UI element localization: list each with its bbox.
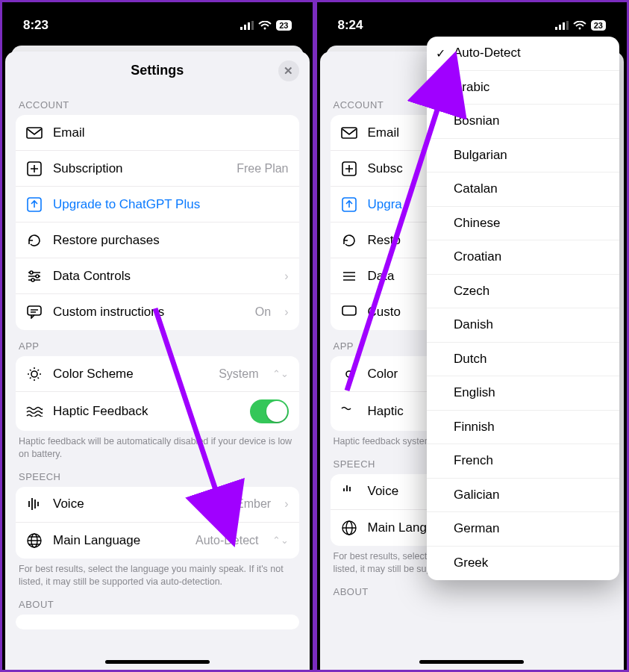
settings-sheet: Settings ✕ ACCOUNT Email Subscription Fr… — [5, 52, 310, 670]
lang-option[interactable]: Danish — [427, 308, 619, 343]
row-upgrade[interactable]: Upgrade to ChatGPT Plus — [16, 187, 299, 223]
row-main-language[interactable]: Main Language Auto-Detect ⌃⌄ — [16, 523, 299, 559]
section-label-app: APP — [19, 340, 296, 352]
chevron-right-icon: › — [284, 497, 288, 511]
row-restore[interactable]: Restore purchases — [16, 223, 299, 258]
lang-option[interactable]: Catalan — [427, 172, 619, 207]
svg-point-8 — [30, 271, 33, 274]
row-value: Auto-Detect — [195, 534, 258, 547]
refresh-icon — [26, 233, 43, 248]
upload-icon — [26, 197, 43, 212]
lang-option[interactable]: Dutch — [427, 343, 619, 377]
updown-icon: ⌃⌄ — [272, 535, 289, 546]
chat-icon — [26, 305, 43, 319]
svg-rect-21 — [342, 128, 357, 138]
row-custom-instructions[interactable]: Custom instructions On › — [16, 294, 299, 330]
row-value: Ember — [236, 497, 271, 511]
svg-point-10 — [31, 279, 34, 281]
phone-right: 8:24 23 Settings ✕ ACCOUNT Email Subsc U… — [317, 2, 628, 670]
svg-rect-2 — [248, 22, 250, 30]
lang-option[interactable]: Croatian — [427, 240, 619, 275]
row-value: Free Plan — [237, 162, 288, 175]
row-label: Main Language — [53, 533, 185, 548]
home-indicator — [419, 660, 524, 664]
home-indicator — [105, 660, 210, 664]
haptic-footer: Haptic feedback will be automatically di… — [19, 435, 296, 461]
row-label: Data Controls — [53, 269, 271, 284]
signal-icon — [555, 21, 569, 30]
svg-rect-3 — [251, 21, 254, 30]
signal-icon — [240, 21, 254, 30]
haptic-toggle[interactable] — [250, 399, 289, 423]
row-value: On — [255, 305, 271, 319]
plus-box-icon — [26, 161, 43, 176]
lang-option[interactable]: Galician — [427, 479, 619, 513]
section-label-account: ACCOUNT — [19, 99, 296, 111]
lang-option[interactable]: Czech — [427, 275, 619, 309]
svg-rect-11 — [28, 306, 41, 315]
updown-icon: ⌃⌄ — [272, 368, 289, 379]
lang-option[interactable]: Greek — [427, 547, 619, 581]
close-button[interactable]: ✕ — [278, 60, 299, 81]
svg-rect-1 — [244, 25, 246, 30]
globe-icon — [26, 533, 43, 548]
svg-point-4 — [264, 28, 266, 30]
status-bar: 8:23 23 — [2, 2, 313, 43]
sliders-icon — [26, 270, 43, 283]
row-voice[interactable]: Voice Ember › — [16, 487, 299, 523]
svg-rect-16 — [555, 27, 557, 30]
row-data-controls[interactable]: Data Controls › — [16, 258, 299, 294]
lang-option[interactable]: English — [427, 376, 619, 411]
mail-icon — [26, 127, 43, 139]
battery-icon: 23 — [276, 20, 291, 31]
row-haptic[interactable]: Haptic Feedback — [16, 392, 299, 431]
chevron-right-icon: › — [284, 270, 288, 283]
row-email[interactable]: Email — [16, 115, 299, 151]
section-label-about: ABOUT — [19, 599, 296, 610]
svg-point-12 — [31, 371, 37, 377]
row-label: Upgrade to ChatGPT Plus — [53, 197, 289, 212]
row-subscription[interactable]: Subscription Free Plan — [16, 151, 299, 187]
status-time: 8:24 — [338, 18, 363, 33]
svg-rect-24 — [342, 306, 356, 315]
battery-icon: 23 — [591, 20, 606, 31]
row-label: Haptic Feedback — [53, 404, 240, 419]
row-value: System — [219, 367, 258, 381]
sun-icon — [26, 367, 43, 382]
status-time: 8:23 — [23, 18, 48, 33]
lang-option[interactable]: Arabic — [427, 71, 619, 105]
svg-point-25 — [346, 371, 352, 377]
svg-point-9 — [36, 275, 39, 278]
wifi-icon — [258, 21, 272, 30]
speech-footer: For best results, select the language yo… — [19, 563, 296, 588]
waves-icon — [26, 406, 43, 417]
phone-left: 8:23 23 Settings ✕ ACCOUNT Email — [2, 2, 313, 670]
row-label: Subscription — [53, 161, 226, 176]
chevron-right-icon: › — [284, 305, 288, 319]
lang-option-auto[interactable]: Auto-Detect — [427, 37, 619, 71]
row-label: Restore purchases — [53, 233, 289, 248]
row-label: Color Scheme — [53, 367, 208, 382]
wifi-icon — [573, 21, 586, 30]
lang-option[interactable]: Bosnian — [427, 105, 619, 139]
lang-option[interactable]: French — [427, 444, 619, 479]
sound-icon — [26, 497, 43, 511]
lang-option[interactable]: German — [427, 512, 619, 547]
svg-rect-5 — [27, 128, 42, 138]
row-color-scheme[interactable]: Color Scheme System ⌃⌄ — [16, 356, 299, 392]
section-label-speech: SPEECH — [19, 471, 296, 482]
svg-rect-17 — [559, 25, 561, 30]
svg-point-20 — [578, 28, 581, 30]
row-label: Voice — [53, 497, 225, 511]
sheet-header: Settings ✕ — [5, 52, 310, 89]
svg-rect-18 — [563, 22, 565, 30]
lang-option[interactable]: Finnish — [427, 411, 619, 445]
svg-rect-19 — [566, 21, 569, 30]
svg-rect-0 — [240, 27, 242, 30]
lang-option[interactable]: Chinese — [427, 207, 619, 241]
page-title: Settings — [131, 63, 184, 78]
row-label: Custom instructions — [53, 305, 245, 320]
row-label: Email — [53, 125, 289, 140]
language-menu[interactable]: Auto-Detect Arabic Bosnian Bulgarian Cat… — [427, 37, 619, 580]
lang-option[interactable]: Bulgarian — [427, 139, 619, 173]
